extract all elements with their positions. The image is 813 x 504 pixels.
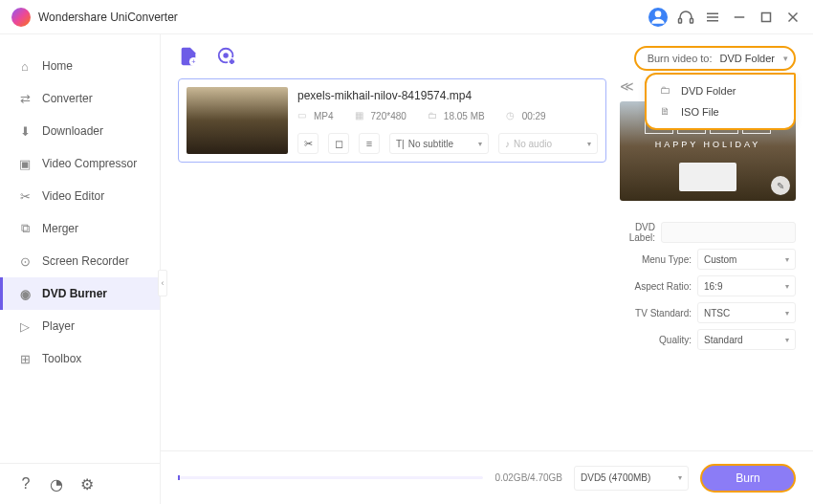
edit-menu-button[interactable]: ✎ (771, 176, 790, 195)
close-button[interactable] (784, 9, 802, 26)
sidebar-item-label: Toolbox (42, 352, 81, 365)
burn-to-label: Burn video to: (648, 53, 713, 64)
option-dvd-folder[interactable]: 🗀DVD Folder (647, 80, 794, 101)
maximize-button[interactable] (758, 9, 775, 26)
sidebar-item-label: Player (42, 319, 75, 333)
disc-type-select[interactable]: DVD5 (4700MB)▾ (574, 466, 689, 491)
sidebar-item-label: Downloader (42, 124, 103, 138)
merger-icon: ⧉ (17, 221, 33, 236)
folder-icon: 🗀 (660, 84, 673, 98)
file-list: pexels-mikhail-nilov-8419574.mp4 ▭MP4 ▦7… (178, 78, 606, 450)
sidebar-item-label: Home (42, 59, 73, 73)
right-panel: ≪ HAPPY HOLIDAY ✎ DVD Label: Menu Type:C… (620, 78, 796, 450)
svg-point-0 (655, 11, 662, 17)
help-icon[interactable]: ? (17, 475, 34, 493)
sidebar-item-label: Converter (42, 92, 93, 105)
audio-value: No audio (514, 139, 552, 149)
sidebar-item-home[interactable]: ⌂Home (0, 50, 160, 82)
chevron-down-icon: ▾ (783, 54, 788, 63)
sidebar-item-label: Video Compressor (42, 157, 137, 170)
option-iso-file[interactable]: 🗎ISO File (647, 101, 794, 122)
svg-rect-2 (691, 18, 693, 23)
chevron-down-icon: ▾ (785, 336, 789, 344)
file-size: 18.05 MB (444, 111, 485, 121)
effects-button[interactable]: ≡ (359, 133, 380, 154)
size-icon: 🗀 (428, 110, 439, 121)
toolbox-icon: ⊞ (17, 351, 33, 366)
home-icon: ⌂ (17, 58, 33, 74)
capacity-progress (178, 476, 483, 479)
back-button[interactable]: ≪ (620, 78, 639, 98)
user-avatar[interactable] (648, 8, 668, 27)
sidebar-item-label: DVD Burner (42, 287, 107, 300)
sidebar-item-editor[interactable]: ✂Video Editor (0, 180, 160, 212)
aspect-ratio-select[interactable]: 16:9▾ (697, 275, 796, 296)
capacity-text: 0.02GB/4.70GB (494, 472, 562, 483)
nav-list: ⌂Home ⇄Converter ⬇Downloader ▣Video Comp… (0, 34, 160, 463)
sidebar-item-converter[interactable]: ⇄Converter (0, 82, 160, 115)
preview-banner: HAPPY HOLIDAY (620, 140, 796, 149)
sidebar-bottom: ? ◔ ⚙ (0, 463, 160, 504)
editor-icon: ✂ (17, 188, 33, 204)
quality-select[interactable]: Standard▾ (697, 329, 796, 350)
sidebar-item-toolbox[interactable]: ⊞Toolbox (0, 342, 160, 375)
file-name: pexels-mikhail-nilov-8419574.mp4 (297, 89, 598, 102)
sidebar-item-dvd-burner[interactable]: ◉DVD Burner (0, 277, 160, 310)
bottom-bar: 0.02GB/4.70GB DVD5 (4700MB)▾ Burn (161, 450, 813, 504)
file-resolution: 720*480 (371, 111, 406, 121)
sidebar-item-compressor[interactable]: ▣Video Compressor (0, 147, 160, 180)
sidebar: ⌂Home ⇄Converter ⬇Downloader ▣Video Comp… (0, 34, 161, 504)
titlebar: Wondershare UniConverter (0, 0, 813, 34)
sidebar-item-label: Screen Recorder (42, 254, 129, 268)
crop-button[interactable]: ◻ (328, 133, 349, 154)
option-label: DVD Folder (681, 85, 736, 97)
recorder-icon: ⊙ (17, 253, 33, 269)
convert-icon: ⇄ (17, 91, 33, 106)
dvd-settings: DVD Label: Menu Type:Custom▾ Aspect Rati… (620, 222, 796, 350)
aspect-ratio-label: Aspect Ratio: (620, 281, 692, 292)
add-disc-button[interactable]: + (216, 46, 237, 67)
file-card[interactable]: pexels-mikhail-nilov-8419574.mp4 ▭MP4 ▦7… (178, 78, 606, 163)
duration-icon: ◷ (506, 110, 517, 121)
burn-to-options: 🗀DVD Folder 🗎ISO File (645, 73, 796, 130)
tv-standard-select[interactable]: NTSC▾ (697, 302, 796, 323)
resolution-icon: ▦ (355, 110, 366, 121)
svg-text:+: + (191, 57, 195, 66)
chevron-down-icon: ▾ (587, 140, 591, 148)
settings-icon[interactable]: ⚙ (78, 475, 96, 493)
sidebar-item-recorder[interactable]: ⊙Screen Recorder (0, 245, 160, 277)
download-icon: ⬇ (17, 123, 33, 139)
main-area: + + Burn video to: DVD Folder ▾ 🗀DVD Fol… (161, 34, 813, 504)
file-format: MP4 (314, 111, 334, 121)
file-duration: 00:29 (522, 111, 546, 121)
chevron-down-icon: ▾ (478, 140, 482, 148)
trim-button[interactable]: ✂ (297, 133, 319, 154)
chevron-down-icon: ▾ (785, 282, 789, 291)
subtitle-value: No subtitle (408, 139, 453, 149)
tv-standard-label: TV Standard: (620, 308, 692, 318)
sidebar-item-downloader[interactable]: ⬇Downloader (0, 115, 160, 147)
headset-icon[interactable] (677, 9, 694, 26)
sidebar-item-label: Merger (42, 222, 78, 235)
menu-icon[interactable] (704, 9, 721, 26)
burn-video-to-dropdown[interactable]: Burn video to: DVD Folder ▾ (634, 46, 796, 71)
player-icon: ▷ (17, 318, 33, 334)
sidebar-item-label: Video Editor (42, 189, 104, 203)
svg-rect-1 (679, 18, 682, 23)
add-file-button[interactable]: + (178, 46, 199, 67)
sidebar-item-player[interactable]: ▷Player (0, 310, 160, 342)
svg-point-13 (224, 54, 228, 57)
burn-button[interactable]: Burn (700, 464, 796, 493)
audio-dropdown[interactable]: ♪No audio▾ (498, 133, 598, 154)
notification-icon[interactable]: ◔ (48, 475, 65, 493)
video-thumbnail (187, 87, 288, 154)
dvd-label-input[interactable] (661, 222, 796, 243)
quality-label: Quality: (620, 335, 692, 345)
svg-text:+: + (230, 57, 233, 66)
menu-type-select[interactable]: Custom▾ (697, 249, 796, 270)
sidebar-item-merger[interactable]: ⧉Merger (0, 212, 160, 245)
chevron-down-icon: ▾ (678, 473, 682, 482)
subtitle-dropdown[interactable]: T|No subtitle▾ (389, 133, 489, 154)
app-logo (11, 8, 31, 27)
minimize-button[interactable] (731, 9, 748, 26)
